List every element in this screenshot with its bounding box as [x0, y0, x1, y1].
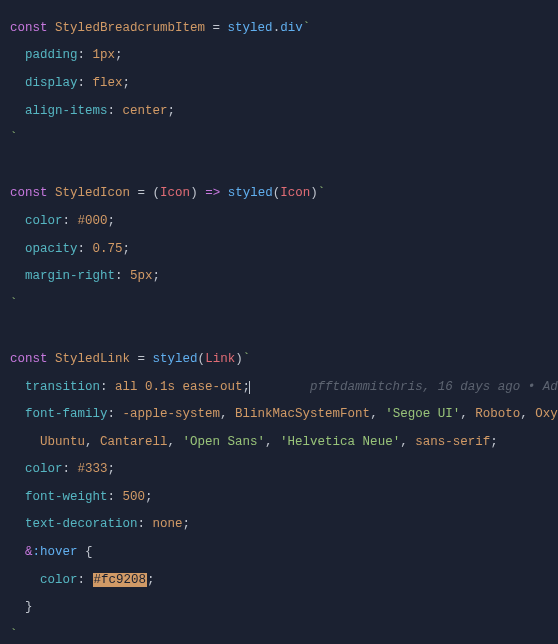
code-line: opacity: 0.75; [10, 243, 558, 257]
code-line: const StyledLink = styled(Link)` [10, 353, 558, 367]
code-line: text-decoration: none; [10, 518, 558, 532]
code-line: ` [10, 298, 558, 312]
code-line: ` [10, 132, 558, 146]
highlighted-value: #fc9208 [93, 573, 148, 587]
cursor [249, 381, 250, 394]
git-blame-annotation: pfftdammitchris, 16 days ago • Added pos… [310, 380, 558, 394]
code-line: font-family: -apple-system, BlinkMacSyst… [10, 408, 558, 422]
code-line: Ubuntu, Cantarell, 'Open Sans', 'Helveti… [10, 436, 558, 450]
code-line: const StyledBreadcrumbItem = styled.div` [10, 22, 558, 36]
code-line: margin-right: 5px; [10, 270, 558, 284]
code-line: transition: all 0.1s ease-out; pfftdammi… [10, 381, 558, 395]
code-line: color: #000; [10, 215, 558, 229]
code-line: color: #fc9208; [10, 574, 558, 588]
code-line: color: #333; [10, 463, 558, 477]
code-line: padding: 1px; [10, 49, 558, 63]
code-line: align-items: center; [10, 105, 558, 119]
code-line: font-weight: 500; [10, 491, 558, 505]
code-line: const StyledIcon = (Icon) => styled(Icon… [10, 187, 558, 201]
code-line: } [10, 601, 558, 615]
code-line: display: flex; [10, 77, 558, 91]
code-editor[interactable]: const StyledBreadcrumbItem = styled.div`… [0, 0, 558, 644]
code-line: ` [10, 629, 558, 643]
code-line: &:hover { [10, 546, 558, 560]
